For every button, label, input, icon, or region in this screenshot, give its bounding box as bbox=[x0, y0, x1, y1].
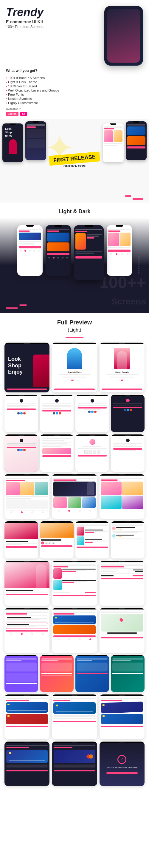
dark-blue-payment-screen bbox=[76, 655, 109, 692]
tool-badges: Sketch Xd bbox=[6, 112, 143, 116]
login-screen-2 bbox=[76, 395, 109, 432]
model-image bbox=[33, 354, 50, 388]
feature-item-4: Well Organized Layers and Groups bbox=[6, 88, 143, 92]
onboard-label-1: Special Offers bbox=[67, 371, 81, 373]
go-to-cart-screen bbox=[52, 561, 97, 606]
large-product-content bbox=[4, 562, 50, 606]
light-dark-title: Light & Dark bbox=[0, 203, 149, 218]
add-card-content bbox=[52, 696, 97, 739]
splash-screen: LookShopEnjoy bbox=[4, 343, 50, 393]
phones-showcase: FIRST RELEASE GFXTRA.COM ✦ LookShopEnjoy bbox=[0, 119, 149, 203]
deco-line-2 bbox=[19, 305, 27, 306]
light-phone-explore bbox=[107, 225, 132, 276]
row-10-card-screens: ✓ Your card has been saved successfully bbox=[4, 742, 145, 786]
row-1-screens: LookShopEnjoy Special Offers bbox=[4, 343, 145, 393]
feature-item-1: 100+ iPhone XS Screens bbox=[6, 76, 143, 80]
splash-content: LookShopEnjoy bbox=[4, 344, 50, 388]
light-dark-section: 100++ Screens GFXTRA.COM bbox=[0, 218, 149, 313]
dark-red-content bbox=[40, 656, 73, 692]
explore-main-screen bbox=[4, 474, 50, 519]
row-5-screens: S M L XL bbox=[4, 521, 145, 558]
success-message: Your card has been saved successfully bbox=[104, 766, 140, 769]
shipping-screen bbox=[4, 608, 50, 653]
brand-info: Trendy E-commerce UI Kit 100+ Premium Sc… bbox=[6, 6, 43, 29]
success-content: ✓ Your card has been saved successfully bbox=[99, 743, 145, 786]
phone-showcase-3 bbox=[103, 123, 124, 162]
mastercard-screen bbox=[52, 742, 97, 786]
feature-item-6: Nested Symbols bbox=[6, 97, 143, 101]
splash-footer bbox=[4, 388, 50, 393]
next-btn-2[interactable] bbox=[102, 389, 142, 390]
screens-watermark: 100++ Screens bbox=[99, 274, 146, 307]
phone-showcase-4 bbox=[126, 121, 147, 160]
brand-subtitle: E-commerce UI Kit bbox=[6, 20, 43, 24]
sketch-badge: Sketch bbox=[6, 112, 19, 116]
login-1-content bbox=[4, 396, 38, 432]
full-preview-section: Full Preview (Light) LookShopEnjoy Speci… bbox=[0, 313, 149, 794]
brand-title: Trendy bbox=[6, 6, 43, 19]
product-detail-content bbox=[4, 523, 38, 558]
terms-content bbox=[40, 436, 73, 472]
forgot-content bbox=[111, 436, 145, 472]
verification-screen bbox=[76, 434, 109, 472]
forgot-password-screen bbox=[111, 434, 145, 472]
large-product-screen bbox=[4, 561, 50, 606]
dark-purple-screen bbox=[4, 655, 38, 692]
section-deco-line bbox=[65, 337, 84, 338]
verify-content bbox=[76, 436, 109, 472]
xd-badge: Xd bbox=[20, 112, 27, 116]
dark-teal-screen bbox=[111, 655, 145, 692]
login-screen-3-dark bbox=[111, 395, 145, 432]
full-preview-subtitle: (Light) bbox=[4, 328, 145, 333]
wishlist-screen bbox=[76, 521, 109, 558]
feature-item-7: Highly Customizable bbox=[6, 101, 143, 105]
deco-rect-1 bbox=[132, 198, 143, 200]
feature-item-2: Light & Dark Theme bbox=[6, 80, 143, 84]
onboard-figure-2 bbox=[114, 348, 130, 369]
size-screen: S M L XL bbox=[40, 521, 73, 558]
row-6-screens bbox=[4, 561, 145, 606]
success-screen: ✓ Your card has been saved successfully bbox=[99, 742, 145, 786]
reviews-screen: ★★★★★ ★★★★☆ bbox=[111, 521, 145, 558]
onboard-footer-2 bbox=[99, 388, 145, 393]
dark-phone-explore-center bbox=[74, 225, 104, 280]
size-content: S M L XL bbox=[40, 523, 73, 558]
wishlist-content bbox=[76, 523, 109, 558]
header-phone-mockup bbox=[104, 6, 143, 66]
row-9-screens bbox=[4, 694, 145, 739]
dresses-screen bbox=[99, 474, 145, 519]
onboard-2-content: Smart Search bbox=[99, 344, 145, 388]
cards-list-content bbox=[4, 696, 50, 739]
dresses-content bbox=[99, 475, 145, 519]
product-detail-screen bbox=[4, 521, 38, 558]
feature-item-3: 100% Vector Based bbox=[6, 84, 143, 88]
row-3-screens bbox=[4, 434, 145, 472]
success-check-icon: ✓ bbox=[117, 755, 126, 764]
order-detail-screen bbox=[99, 561, 145, 606]
explore-content bbox=[4, 475, 50, 519]
congrats-screen bbox=[99, 608, 145, 653]
onboard-label-2: Smart Search bbox=[115, 371, 129, 373]
dark-teal-content bbox=[111, 656, 145, 692]
done-btn[interactable] bbox=[107, 772, 138, 774]
pay-cards-screen bbox=[99, 694, 145, 739]
phone-showcase-2 bbox=[25, 121, 46, 160]
onboard-screen-2: Smart Search bbox=[99, 343, 145, 393]
next-btn[interactable] bbox=[54, 389, 94, 390]
phone-showcase-1: LookShopEnjoy bbox=[2, 123, 23, 162]
onboard-1-content: Special Offers bbox=[52, 344, 97, 388]
order-content bbox=[99, 562, 145, 606]
look-text: LookShopEnjoy bbox=[8, 356, 23, 375]
cards-list-screen bbox=[4, 694, 50, 739]
features-list: 100+ iPhone XS Screens Light & Dark Them… bbox=[6, 76, 143, 105]
payment-content bbox=[52, 610, 97, 653]
terms-screen bbox=[40, 434, 73, 472]
add-card-screen bbox=[52, 694, 97, 739]
header-section: Trendy E-commerce UI Kit 100+ Premium Sc… bbox=[0, 0, 149, 119]
get-started-btn[interactable] bbox=[7, 389, 47, 390]
login-screen-1 bbox=[4, 395, 38, 432]
reviews-content: ★★★★★ ★★★★☆ bbox=[111, 523, 145, 558]
what-label: What will you get? bbox=[6, 69, 143, 73]
shipping-content bbox=[4, 610, 50, 653]
gfxtra-side-watermark: GFXTRA.COM bbox=[137, 256, 140, 275]
